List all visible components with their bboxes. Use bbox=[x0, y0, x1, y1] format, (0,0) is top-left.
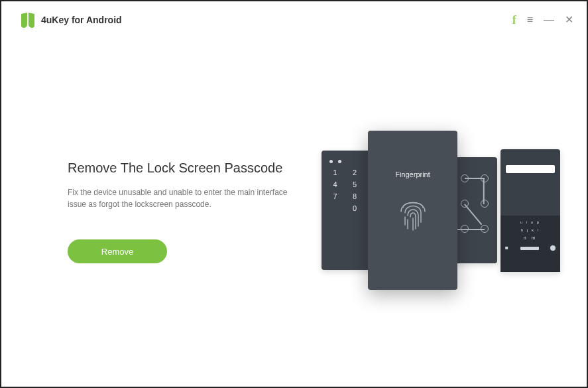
keyboard-icon: u i o p h j k l n m ■ bbox=[500, 216, 560, 272]
menu-icon[interactable]: ≡ bbox=[527, 15, 533, 25]
fingerprint-icon bbox=[398, 197, 428, 231]
titlebar: 4uKey for Android f ≡ — ✕ bbox=[1, 1, 587, 38]
minimize-icon[interactable]: — bbox=[544, 15, 554, 25]
page-description: Fix the device unusable and unable to en… bbox=[68, 186, 293, 210]
pin-key: 5 bbox=[346, 180, 363, 188]
facebook-icon[interactable]: f bbox=[512, 14, 516, 26]
pin-key: 1 bbox=[327, 168, 343, 176]
main-content: Remove The Lock Screen Passcode Fix the … bbox=[68, 161, 313, 263]
password-field-icon bbox=[506, 165, 555, 173]
app-title: 4uKey for Android bbox=[41, 15, 122, 25]
pin-key: 2 bbox=[346, 168, 363, 176]
pin-key: 8 bbox=[346, 192, 363, 200]
pin-key: 0 bbox=[346, 204, 363, 212]
password-lock-card: u i o p h j k l n m ■ bbox=[500, 149, 560, 272]
close-icon[interactable]: ✕ bbox=[565, 15, 573, 25]
fingerprint-label: Fingerprint bbox=[395, 170, 430, 178]
app-logo-icon bbox=[21, 13, 34, 27]
app-window: 4uKey for Android f ≡ — ✕ Remove The Loc… bbox=[0, 0, 588, 388]
fingerprint-lock-card: Fingerprint bbox=[368, 131, 457, 290]
page-title: Remove The Lock Screen Passcode bbox=[68, 161, 313, 176]
window-controls: f ≡ — ✕ bbox=[512, 14, 573, 26]
lockscreen-illustration: 1 2 3 4 5 6 7 8 9 0 bbox=[322, 117, 560, 296]
pin-key: 7 bbox=[327, 192, 343, 200]
remove-button[interactable]: Remove bbox=[68, 239, 167, 263]
pin-key: 4 bbox=[327, 180, 343, 188]
